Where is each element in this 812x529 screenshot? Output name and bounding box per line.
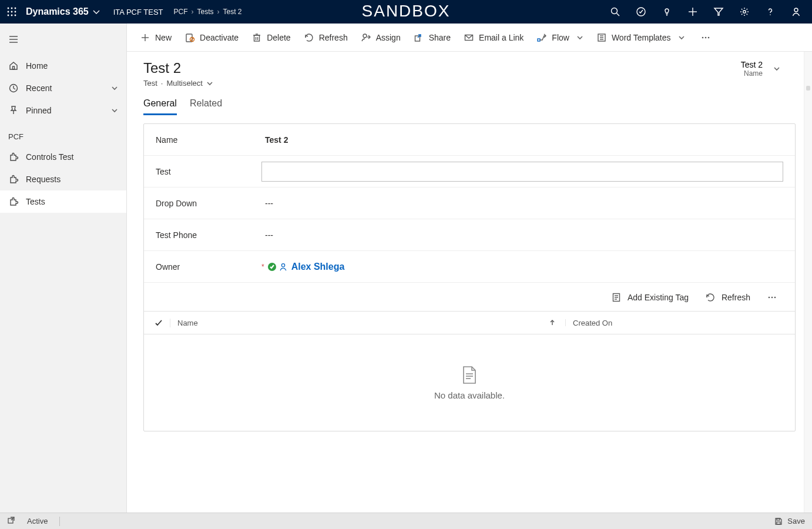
breadcrumb-root[interactable]: PCF (174, 8, 188, 16)
breadcrumb: PCF › Tests › Test 2 (174, 8, 242, 16)
svg-marker-16 (714, 8, 723, 15)
subgrid-add-existing[interactable]: Add Existing Tag (610, 290, 690, 305)
header-field-value: Test 2 (741, 60, 763, 69)
cmd-flow[interactable]: Flow (535, 30, 585, 45)
tab-related[interactable]: Related (190, 98, 222, 115)
user-icon[interactable] (791, 6, 801, 17)
sidebar-item-label: Controls Test (26, 152, 73, 162)
share-icon (414, 32, 424, 43)
field-label: Test (156, 167, 261, 176)
svg-rect-64 (777, 522, 780, 524)
breadcrumb-mid[interactable]: Tests (197, 8, 214, 16)
owner-lookup[interactable]: Alex Shlega (279, 262, 345, 272)
assign-icon (361, 32, 371, 43)
field-label: Name (156, 135, 261, 145)
sidebar-item-requests[interactable]: Requests (0, 168, 126, 190)
sidebar-item-pinned[interactable]: Pinned (0, 99, 126, 122)
sidebar-item-home[interactable]: Home (0, 55, 126, 77)
cmd-overflow[interactable] (699, 30, 712, 45)
cmd-assign[interactable]: Assign (360, 30, 402, 45)
tab-general[interactable]: General (143, 98, 177, 115)
cmd-email-link[interactable]: Email a Link (462, 30, 525, 45)
filter-icon[interactable] (713, 6, 724, 17)
svg-point-1 (11, 8, 13, 9)
save-button[interactable]: Save (774, 517, 805, 525)
record-entity-label: Test (143, 79, 157, 88)
cmd-share[interactable]: Share (412, 30, 452, 45)
form-icon (611, 292, 622, 303)
app-name[interactable]: Dynamics 365 (26, 6, 89, 17)
chevron-down-icon (111, 107, 118, 114)
sidebar-section-label: PCF (0, 122, 126, 146)
column-header-name[interactable]: Name (170, 319, 539, 327)
field-input-test[interactable] (261, 162, 783, 182)
field-row-test: Test (144, 156, 795, 188)
svg-point-55 (771, 297, 773, 299)
cmd-deactivate[interactable]: Deactivate (183, 30, 240, 45)
svg-point-6 (8, 15, 9, 16)
global-top-bar: Dynamics 365 ITA PCF TEST PCF › Tests › … (0, 0, 812, 24)
cmd-label: Delete (267, 33, 290, 42)
cmd-label: Email a Link (479, 33, 524, 42)
column-sort-indicator[interactable] (539, 319, 566, 326)
required-marker: * (261, 263, 264, 271)
sidebar-toggle-icon[interactable] (0, 31, 126, 55)
form-selector[interactable]: Multiselect (166, 79, 202, 88)
svg-point-47 (704, 36, 706, 38)
owner-name: Alex Shlega (291, 262, 345, 272)
column-header-created-on[interactable]: Created On (566, 319, 795, 327)
field-row-dropdown: Drop Down --- (144, 188, 795, 219)
svg-point-49 (281, 263, 284, 266)
cmd-delete[interactable]: Delete (250, 30, 291, 45)
subgrid-overflow[interactable] (766, 290, 779, 305)
subgrid-refresh[interactable]: Refresh (704, 290, 751, 305)
mail-icon (464, 32, 474, 43)
main-area: New Deactivate Delete Refresh Assign Sha… (127, 24, 812, 513)
cmd-new[interactable]: New (139, 30, 173, 45)
lightbulb-icon[interactable] (662, 6, 672, 17)
cmd-label: New (155, 33, 172, 42)
check-circle-icon (268, 263, 276, 271)
field-value-name[interactable]: Test 2 (261, 135, 783, 145)
chevron-down-icon[interactable] (206, 80, 213, 87)
svg-point-56 (774, 297, 776, 299)
column-select-all[interactable] (144, 319, 170, 327)
add-icon[interactable] (687, 6, 698, 17)
field-value-dropdown[interactable]: --- (261, 199, 783, 208)
sidebar-item-tests[interactable]: Tests (0, 190, 126, 213)
svg-point-46 (702, 36, 703, 38)
app-launcher-icon[interactable] (4, 4, 20, 20)
status-bar: Active Save (0, 513, 812, 529)
sidebar-item-recent[interactable]: Recent (0, 77, 126, 99)
refresh-icon (705, 292, 716, 303)
search-icon[interactable] (610, 6, 620, 17)
record-header: Test 2 Test · Multiselect Test 2 Name (127, 52, 812, 88)
field-value-phone[interactable]: --- (261, 230, 783, 240)
app-switcher-chevron-icon[interactable] (92, 8, 100, 16)
svg-point-3 (8, 11, 9, 13)
cmd-word-templates[interactable]: Word Templates (595, 30, 686, 45)
environment-banner: SANDBOX (362, 0, 451, 22)
svg-point-18 (770, 14, 771, 15)
gear-icon[interactable] (739, 6, 750, 17)
chevron-down-icon[interactable] (773, 65, 780, 72)
divider (59, 517, 60, 526)
cmd-label: Assign (376, 33, 401, 42)
sidebar-item-controls-test[interactable]: Controls Test (0, 146, 126, 168)
field-row-owner: Owner * Alex Shlega (144, 251, 795, 283)
sidebar-item-label: Tests (26, 197, 45, 206)
open-in-new-icon[interactable] (7, 516, 15, 526)
refresh-icon (304, 32, 314, 43)
scrollbar-stub[interactable] (804, 52, 812, 513)
clock-icon (8, 83, 19, 93)
chevron-down-icon (111, 85, 118, 92)
field-label: Test Phone (156, 230, 261, 240)
cmd-refresh[interactable]: Refresh (303, 30, 349, 45)
sub-app-name[interactable]: ITA PCF TEST (113, 8, 163, 16)
puzzle-icon (8, 174, 19, 185)
breadcrumb-leaf[interactable]: Test 2 (223, 8, 242, 16)
help-icon[interactable] (765, 6, 776, 17)
more-icon (767, 292, 777, 303)
sidebar-item-label: Pinned (26, 106, 52, 115)
task-icon[interactable] (636, 6, 646, 17)
